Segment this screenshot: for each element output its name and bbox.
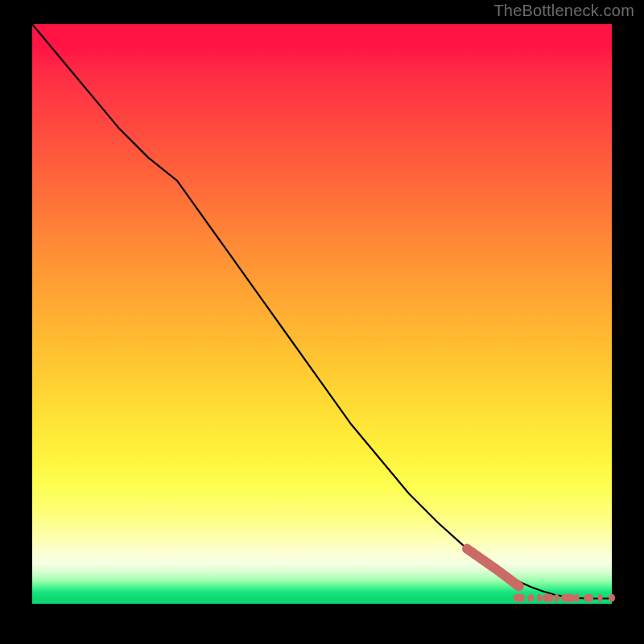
chart-svg	[32, 24, 612, 604]
series-flat-markers	[514, 594, 615, 602]
series-thick-tail	[467, 549, 519, 587]
tail-marker	[575, 594, 580, 602]
tail-marker	[584, 594, 593, 602]
tail-marker	[543, 594, 554, 602]
plot-area	[32, 24, 612, 604]
tail-marker	[561, 594, 576, 602]
tail-marker	[537, 594, 542, 602]
tail-marker	[609, 594, 615, 602]
series-curve	[32, 24, 612, 599]
tail-marker	[514, 594, 525, 602]
tail-marker	[598, 594, 603, 602]
chart-frame: TheBottleneck.com	[0, 0, 644, 644]
watermark-text: TheBottleneck.com	[493, 2, 634, 20]
tail-marker	[555, 594, 559, 602]
tail-marker	[527, 594, 534, 602]
